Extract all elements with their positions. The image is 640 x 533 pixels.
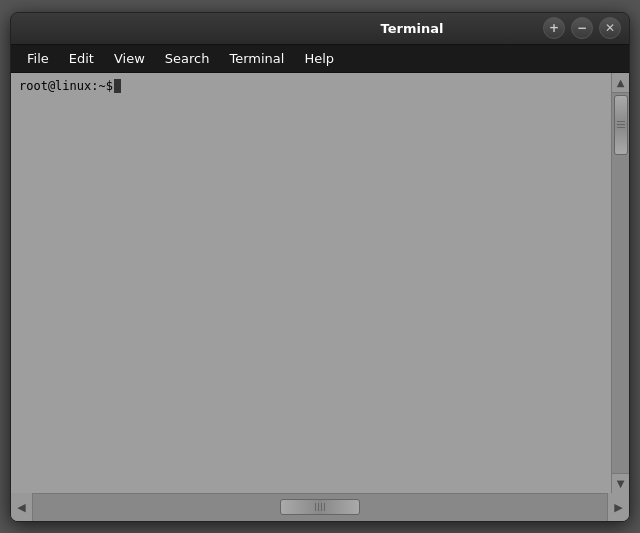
menu-help[interactable]: Help [294, 48, 344, 69]
scroll-right-arrow[interactable]: ▶ [607, 493, 629, 521]
horizontal-scroll-track[interactable] [33, 497, 607, 517]
titlebar-controls: + − ✕ [543, 17, 621, 39]
terminal-prompt: root@linux:~$ [19, 79, 603, 93]
terminal-content[interactable]: root@linux:~$ [11, 73, 611, 493]
menu-view[interactable]: View [104, 48, 155, 69]
grip-line-2 [617, 124, 625, 125]
vertical-scroll-thumb[interactable] [614, 95, 628, 155]
menu-edit[interactable]: Edit [59, 48, 104, 69]
menu-terminal[interactable]: Terminal [219, 48, 294, 69]
add-tab-button[interactable]: + [543, 17, 565, 39]
terminal-inner: root@linux:~$ ▲ ▼ [11, 73, 629, 493]
menu-file[interactable]: File [17, 48, 59, 69]
terminal-container: root@linux:~$ ▲ ▼ [11, 73, 629, 521]
up-arrow-icon: ▲ [617, 77, 625, 88]
close-button[interactable]: ✕ [599, 17, 621, 39]
titlebar: Terminal + − ✕ [11, 13, 629, 45]
horizontal-scroll-thumb[interactable] [280, 499, 360, 515]
scroll-left-arrow[interactable]: ◀ [11, 493, 33, 521]
down-arrow-icon: ▼ [617, 478, 625, 489]
hgrip-line-2 [318, 503, 319, 511]
vertical-scrollbar[interactable]: ▲ ▼ [611, 73, 629, 493]
terminal-cursor [114, 79, 121, 93]
grip-line-1 [617, 121, 625, 122]
terminal-window: Terminal + − ✕ File Edit View Search Ter… [10, 12, 630, 522]
window-title: Terminal [281, 21, 543, 36]
prompt-text: root@linux:~$ [19, 79, 113, 93]
scroll-up-arrow[interactable]: ▲ [612, 73, 630, 93]
hgrip-line-1 [315, 503, 316, 511]
menu-search[interactable]: Search [155, 48, 220, 69]
menubar: File Edit View Search Terminal Help [11, 45, 629, 73]
right-arrow-icon: ▶ [614, 501, 622, 514]
left-arrow-icon: ◀ [17, 501, 25, 514]
scroll-down-arrow[interactable]: ▼ [612, 473, 630, 493]
grip-line-3 [617, 127, 625, 128]
vertical-scroll-track[interactable] [613, 93, 629, 473]
horizontal-scrollbar[interactable]: ◀ ▶ [11, 493, 629, 521]
hgrip-line-4 [324, 503, 325, 511]
minimize-button[interactable]: − [571, 17, 593, 39]
hgrip-line-3 [321, 503, 322, 511]
